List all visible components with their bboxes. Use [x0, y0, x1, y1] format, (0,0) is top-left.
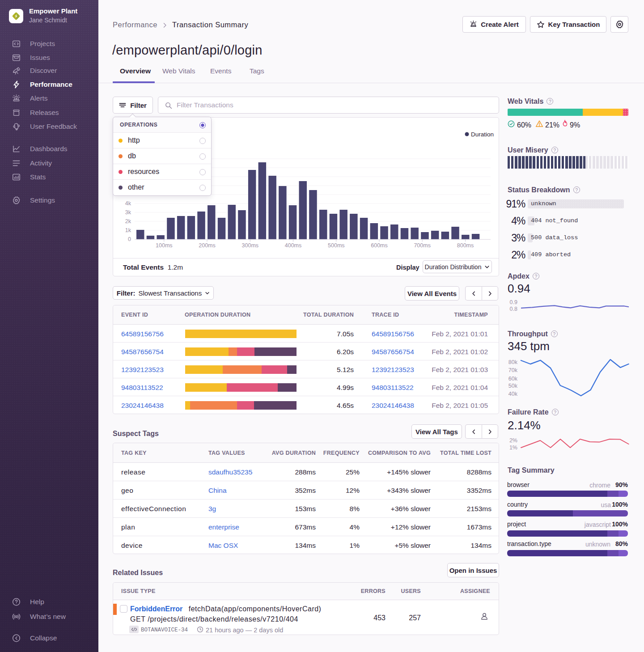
- svg-text:400ms: 400ms: [285, 242, 302, 249]
- svg-text:300ms: 300ms: [242, 242, 259, 249]
- svg-text:500ms: 500ms: [328, 242, 345, 249]
- svg-text:2k: 2k: [125, 218, 131, 224]
- svg-text:600ms: 600ms: [371, 242, 388, 249]
- svg-text:Duration: Duration: [471, 131, 494, 138]
- svg-text:1k: 1k: [125, 227, 131, 233]
- svg-text:0: 0: [128, 236, 131, 242]
- svg-text:4k: 4k: [125, 200, 131, 207]
- svg-text:100ms: 100ms: [156, 242, 173, 249]
- svg-text:700ms: 700ms: [414, 242, 431, 249]
- svg-text:200ms: 200ms: [199, 242, 216, 249]
- svg-text:3k: 3k: [125, 209, 131, 216]
- svg-text:800ms: 800ms: [457, 242, 474, 249]
